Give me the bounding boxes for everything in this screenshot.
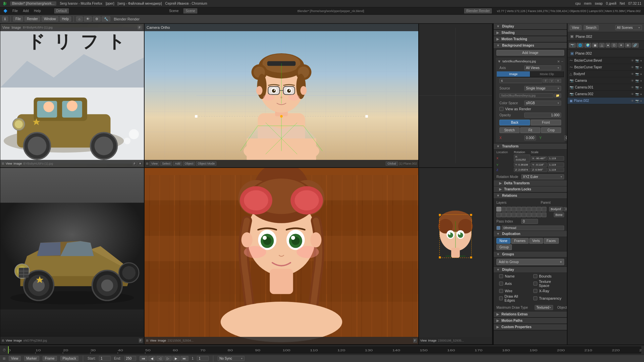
zoom-btn-bl[interactable]: F <box>139 339 143 343</box>
shading-header[interactable]: ▶ Shading <box>494 30 567 36</box>
xray-checkbox[interactable] <box>533 289 537 293</box>
frames-btn[interactable]: Frames <box>511 238 529 244</box>
icon-btn-4[interactable]: 🔧 <box>102 16 110 21</box>
outliner-search-btn[interactable]: Search <box>584 25 599 30</box>
app-tab-blender[interactable]: Blender* [/home/serg/work... <box>10 1 56 6</box>
layer-7[interactable] <box>527 207 531 212</box>
layer-6[interactable] <box>522 207 526 212</box>
bezier-taper-eye[interactable]: 👁 <box>631 66 634 69</box>
plane002-render[interactable]: ● <box>640 99 642 103</box>
bounds-checkbox[interactable] <box>533 274 537 278</box>
outliner-plane002[interactable]: ▣ Plane.002 👁 📷 ● <box>568 98 644 104</box>
fit-btn[interactable]: Fit <box>520 127 540 133</box>
object-btn-main[interactable]: Object <box>183 162 195 166</box>
layer-11[interactable] <box>496 213 501 217</box>
frame-status-btn[interactable]: Frame <box>43 356 57 361</box>
image-entry-minus-btn[interactable]: − <box>561 60 563 63</box>
render-menu-btn[interactable]: Render <box>24 16 40 21</box>
loc-z[interactable]: Z: 2.05374 <box>514 168 530 172</box>
props-icon-object[interactable]: ▣ <box>592 43 598 48</box>
vp-view-label-tl[interactable]: View <box>6 162 12 165</box>
layout-selector[interactable]: Default <box>54 8 69 13</box>
bg-images-header[interactable]: ▼ Background Images <box>494 43 567 49</box>
props-icon-mesh[interactable]: △ <box>599 43 605 48</box>
vp-image-label-tl[interactable]: Image <box>13 162 22 165</box>
faces-btn[interactable]: Faces <box>544 238 559 244</box>
custom-props-header[interactable]: ▶ Custom Properties <box>494 324 567 330</box>
none-btn[interactable]: None <box>496 238 511 244</box>
vertex-group-checkbox[interactable] <box>496 226 500 230</box>
scale-y[interactable]: 1.119 <box>548 163 564 167</box>
vp-x-btn-tl[interactable]: ✕ <box>138 162 143 166</box>
outliner-camera002[interactable]: 📷 Camera.002 👁 📷 ● <box>568 91 644 98</box>
bodymf-eye[interactable]: 👁 <box>631 72 634 76</box>
mode-selector[interactable]: Object Mode <box>196 162 216 166</box>
outliner-camera001[interactable]: 📷 Camera.001 👁 📷 ● <box>568 84 644 91</box>
relations-header[interactable]: ▼ Relations <box>494 193 567 199</box>
motion-paths-header[interactable]: ▶ Motion Paths <box>494 318 567 324</box>
name-checkbox[interactable] <box>499 274 503 278</box>
draw-all-edges-checkbox[interactable] <box>499 296 503 300</box>
camera-cam[interactable]: 📷 <box>635 79 639 82</box>
opacity-field[interactable]: 1.000 <box>524 113 561 118</box>
parent-x-btn[interactable]: ✕ <box>564 207 567 211</box>
loc-y[interactable]: Y: 0.36108 <box>514 163 530 167</box>
transform-header[interactable]: ▼ Transform <box>494 143 567 149</box>
groups-header[interactable]: ▼ Groups <box>494 251 567 257</box>
plane002-eye[interactable]: 👁 <box>631 99 634 103</box>
transparency-checkbox[interactable] <box>533 296 537 300</box>
image-btn-bc[interactable]: Image <box>158 339 166 342</box>
texture-space-checkbox[interactable] <box>533 282 537 286</box>
playback-status-btn[interactable]: Playback <box>60 356 79 361</box>
duplication-header[interactable]: ▼ Duplication <box>494 231 567 237</box>
layer-16[interactable] <box>522 213 526 217</box>
movie-clip-tab[interactable]: Movie Clip <box>530 71 564 77</box>
source-dropdown[interactable]: Single Image <box>524 86 561 91</box>
vp-zoom-btn-tl[interactable]: F <box>138 25 142 29</box>
image-x-btn[interactable]: ✕ <box>555 79 561 83</box>
viewport-top-left[interactable]: View Image BYBs8yHU5Fo (1).jpg F ド リ フ ト <box>0 23 144 168</box>
plane002-cam[interactable]: 📷 <box>635 99 639 103</box>
viewport-bottom-center[interactable]: ⊞ View Image 23215500_52934... F <box>144 168 419 345</box>
props-icon-particles[interactable]: ✦ <box>618 43 624 48</box>
outliner-bodymf[interactable]: △ Bodymf 👁 📷 ● <box>568 71 644 77</box>
file-menu[interactable]: File <box>12 9 18 13</box>
crop-btn[interactable]: Crop <box>541 127 561 133</box>
props-icon-material[interactable]: ● <box>605 43 610 48</box>
jump-start-btn[interactable]: ⏮ <box>140 356 148 361</box>
layer-18[interactable] <box>532 213 536 217</box>
group-btn[interactable]: Group <box>496 244 512 250</box>
bone-field[interactable]: Bone <box>554 213 564 217</box>
scale-x[interactable]: 1.119 <box>548 156 564 161</box>
camera002-cam[interactable]: 📷 <box>635 93 639 96</box>
back-btn[interactable]: Back <box>499 120 530 125</box>
app-tab-pper[interactable]: [pper] <box>106 2 114 5</box>
layer-8[interactable] <box>532 207 536 212</box>
props-icon-texture[interactable]: 🗋 <box>611 43 618 48</box>
stretch-btn[interactable]: Stretch <box>499 127 520 133</box>
delta-transform-header[interactable]: ▶ Delta Transform <box>494 180 567 186</box>
file-menu-btn[interactable]: File <box>13 16 23 21</box>
camera001-eye[interactable]: 👁 <box>631 86 634 89</box>
vp-view-btn-tl[interactable]: View <box>2 26 10 29</box>
vertex-group-field[interactable]: DfmHead <box>502 226 564 230</box>
image-entry-x-btn[interactable]: ✕ <box>557 60 560 63</box>
render-engine[interactable]: Blender Render <box>464 8 492 13</box>
app-tab-firefox[interactable]: Serg Ivanov - Mozilla Firefox <box>60 2 102 5</box>
app-tab-chromium[interactable]: Сергей Иванов - Chromium <box>165 2 207 5</box>
current-frame-field[interactable]: 1 <box>197 356 209 361</box>
scene-selector[interactable]: Scene <box>183 8 197 13</box>
max-draw-type-dropdown[interactable]: Textured <box>535 305 553 310</box>
loc-x[interactable]: X: -0.01252 <box>514 155 530 162</box>
view-btn-br[interactable]: View <box>420 339 427 342</box>
rot-z[interactable]: Z: 0.545° <box>531 168 547 172</box>
view-status-btn[interactable]: View <box>9 356 21 361</box>
viewport-bottom-left[interactable]: ⊞ View Image xNO7PnjZ9k8.jpg F <box>0 168 144 345</box>
pass-index-field[interactable]: 0 <box>521 219 538 224</box>
app-tab-file-manager[interactable]: [serg - Файловый менеджер] <box>117 2 162 5</box>
view-as-render-checkbox[interactable] <box>499 107 503 111</box>
parent-value-field[interactable]: Bodymf <box>549 207 563 212</box>
verts-btn[interactable]: Verts <box>529 238 543 244</box>
help-menu[interactable]: Help <box>34 9 41 13</box>
y-offset-field[interactable]: 0.000 <box>564 135 567 140</box>
